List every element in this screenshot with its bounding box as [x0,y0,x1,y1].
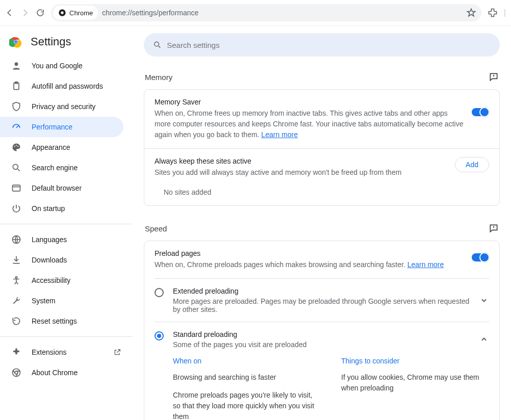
learn-more-link[interactable]: Learn more [407,260,444,269]
label: Downloads [32,256,67,264]
when-on-heading: When on [173,357,321,365]
memory-saver-toggle[interactable] [472,108,489,116]
memory-heading: Memory [145,73,172,82]
label: Autofill and passwords [32,82,103,90]
things-text-1: If you allow cookies, Chrome may use the… [341,372,489,393]
sidebar-item-performance[interactable]: Performance [0,117,123,137]
svg-point-4 [14,40,17,43]
things-heading: Things to consider [341,357,489,365]
radio-extended[interactable] [155,288,164,297]
settings-sidebar: Settings You and Google Autofill and pas… [0,26,133,420]
svg-point-10 [17,146,18,147]
bookmark-star-icon[interactable] [466,8,476,18]
extensions-puzzle-icon[interactable] [488,8,498,18]
brand: Settings [0,35,133,56]
extended-desc: More pages are preloaded. Pages may be p… [173,297,470,313]
label: Privacy and security [32,102,95,111]
clipboard-icon [11,81,21,91]
label: On startup [32,204,65,213]
standard-detail: When on Browsing and searching is faster… [144,357,499,420]
sidebar-item-system[interactable]: System [0,291,133,311]
sidebar-item-accessibility[interactable]: Accessibility [0,270,133,291]
standard-desc: Some of the pages you visit are preloade… [173,340,470,349]
sidebar-item-downloads[interactable]: Downloads [0,250,133,270]
forward-button[interactable] [20,8,30,17]
nav-primary: You and Google Autofill and passwords Pr… [0,56,133,219]
reload-button[interactable] [36,8,45,17]
power-icon [11,203,21,214]
speed-heading: Speed [145,224,167,233]
svg-point-11 [13,164,18,169]
chip-label: Chrome [69,9,93,17]
preload-title: Preload pages [155,249,464,257]
always-active-title: Always keep these sites active [155,157,447,165]
chrome-icon [58,9,66,17]
sidebar-item-startup[interactable]: On startup [0,198,133,219]
sidebar-item-privacy[interactable]: Privacy and security [0,96,133,117]
svg-point-17 [155,42,159,46]
extended-preloading-row[interactable]: Extended preloading More pages are prelo… [155,278,489,322]
external-link-icon [113,348,121,356]
search-icon [11,163,21,173]
memory-saver-title: Memory Saver [155,98,464,106]
extended-title: Extended preloading [173,287,470,295]
svg-point-1 [61,11,63,14]
search-settings[interactable] [144,33,500,57]
address-bar[interactable]: Chrome chrome://settings/performance [51,4,481,21]
nav-separator [0,224,133,224]
standard-title: Standard preloading [173,330,470,338]
search-input[interactable] [167,41,491,49]
learn-more-link[interactable]: Learn more [261,130,298,139]
memory-saver-desc: When on, Chrome frees up memory from ina… [155,108,464,140]
chrome-chip: Chrome [53,6,98,20]
back-button[interactable] [5,8,14,17]
search-icon [153,40,162,49]
memory-section-header: Memory [144,72,500,82]
always-active-desc: Sites you add will always stay active an… [155,167,447,178]
no-sites-added: No sites added [144,186,499,205]
label: About Chrome [32,369,78,377]
memory-card: Memory Saver When on, Chrome frees up me… [144,89,500,206]
preload-row: Preload pages When on, Chrome preloads p… [144,241,499,278]
download-icon [11,255,21,265]
label: Reset settings [32,317,77,325]
window-icon [11,183,21,193]
label: Languages [32,235,67,244]
sidebar-item-about[interactable]: About Chrome [0,362,133,383]
sidebar-item-you[interactable]: You and Google [0,56,133,76]
preload-toggle[interactable] [472,253,489,261]
reset-icon [11,316,21,326]
sidebar-item-default-browser[interactable]: Default browser [0,178,133,198]
settings-title: Settings [31,35,71,48]
label: Search engine [32,164,78,172]
puzzle-icon [11,347,21,357]
standard-preloading-row[interactable]: Standard preloading Some of the pages yo… [155,322,489,357]
sidebar-item-autofill[interactable]: Autofill and passwords [0,76,133,96]
radio-standard[interactable] [155,331,164,340]
chevron-up-icon[interactable] [479,334,489,345]
globe-icon [11,234,21,245]
label: Appearance [32,143,70,151]
nav-separator [0,336,133,337]
label: Extensions [32,348,66,356]
sidebar-item-languages[interactable]: Languages [0,229,133,250]
add-site-button[interactable]: Add [455,157,489,172]
speed-section-header: Speed [144,223,500,233]
sidebar-item-appearance[interactable]: Appearance [0,137,133,158]
sidebar-item-extensions[interactable]: Extensions [0,342,133,362]
chrome-logo-icon [9,35,22,48]
wrench-icon [11,296,21,306]
feedback-icon[interactable] [489,72,499,82]
browser-toolbar: Chrome chrome://settings/performance | [0,0,511,26]
settings-content: Memory Memory Saver When on, Chrome free… [133,26,511,420]
sidebar-item-search[interactable]: Search engine [0,158,133,178]
shield-icon [11,101,21,112]
sidebar-item-reset[interactable]: Reset settings [0,311,133,331]
label: Accessibility [32,276,70,284]
nav-secondary: Languages Downloads Accessibility System… [0,229,133,331]
when-on-text-2: Chrome preloads pages you're likely to v… [173,390,321,420]
chevron-down-icon[interactable] [479,295,489,305]
label: You and Google [32,62,83,70]
feedback-icon[interactable] [489,223,499,233]
svg-point-8 [14,146,15,147]
